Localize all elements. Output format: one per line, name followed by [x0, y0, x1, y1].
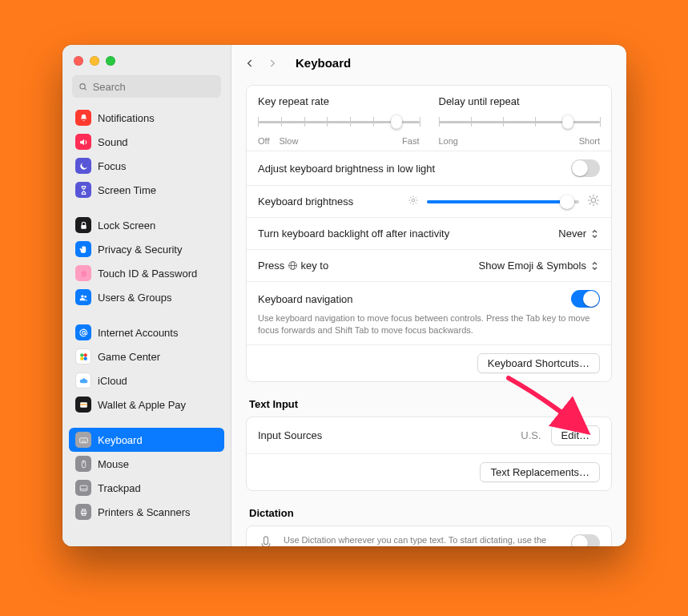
content-scroll[interactable]: Key repeat rate Off Slow Fast Delay unti… — [231, 82, 626, 546]
globe-icon — [288, 260, 298, 271]
backlight-off-value: Never — [558, 227, 586, 240]
svg-line-40 — [597, 203, 597, 204]
delay-slider[interactable] — [439, 114, 601, 130]
sidebar-list: NotificationsSoundFocusScreen TimeLock S… — [62, 106, 231, 532]
row-dictation: Use Dictation wherever you can type text… — [247, 526, 611, 546]
adjust-low-light-toggle[interactable] — [571, 159, 600, 177]
sidebar: NotificationsSoundFocusScreen TimeLock S… — [62, 45, 231, 546]
settings-window: NotificationsSoundFocusScreen TimeLock S… — [62, 45, 626, 546]
svg-line-41 — [589, 203, 590, 204]
at-icon — [75, 324, 91, 340]
page-title: Keyboard — [296, 56, 351, 70]
sidebar-item-icloud[interactable]: iCloud — [69, 368, 224, 393]
sidebar-item-focus[interactable]: Focus — [69, 154, 224, 178]
sidebar-item-screen-time[interactable]: Screen Time — [69, 178, 224, 202]
slider-label-long: Long — [439, 136, 458, 146]
svg-point-5 — [82, 331, 85, 334]
bell-icon — [75, 110, 91, 126]
delay-slider-block: Delay until repeat Long Short — [439, 95, 601, 146]
close-window-button[interactable] — [74, 56, 83, 66]
cloud-icon — [75, 372, 91, 389]
back-button[interactable] — [244, 58, 255, 69]
sidebar-item-label: Game Center — [98, 351, 160, 363]
window-controls — [62, 45, 231, 72]
moon-icon — [75, 158, 91, 174]
sidebar-item-label: Mouse — [98, 458, 129, 470]
svg-line-31 — [416, 203, 416, 203]
adjust-low-light-label: Adjust keyboard brightness in low light — [258, 163, 561, 175]
row-globe-key: Press key to Show Emoji & Symbols — [247, 249, 611, 281]
keyboard-navigation-desc: Use keyboard navigation to move focus be… — [258, 312, 600, 336]
keyboard-settings-card: Key repeat rate Off Slow Fast Delay unti… — [246, 85, 612, 382]
globe-key-value: Show Emoji & Symbols — [479, 260, 586, 272]
main-pane: Keyboard Key repeat rate Off Slow Fast — [231, 45, 626, 546]
sidebar-item-label: Internet Accounts — [98, 327, 178, 339]
delay-label: Delay until repeat — [439, 95, 601, 107]
sidebar-item-wallet-apple-pay[interactable]: Wallet & Apple Pay — [69, 393, 224, 417]
zoom-window-button[interactable] — [106, 56, 115, 66]
svg-rect-23 — [82, 509, 85, 510]
search-input[interactable] — [93, 81, 215, 93]
text-input-card: Input Sources U.S. Edit… Text Replacemen… — [246, 417, 612, 491]
popup-chevrons-icon — [589, 229, 598, 239]
slider-label-fast: Fast — [402, 136, 419, 146]
sidebar-item-privacy-security[interactable]: Privacy & Security — [69, 237, 224, 261]
minimize-window-button[interactable] — [90, 56, 99, 66]
keyboard-navigation-toggle[interactable] — [571, 290, 600, 308]
svg-rect-20 — [80, 485, 87, 491]
sidebar-item-label: Privacy & Security — [98, 244, 182, 256]
row-keyboard-navigation: Keyboard navigation Use keyboard navigat… — [247, 281, 611, 344]
svg-point-25 — [412, 199, 415, 202]
sidebar-item-mouse[interactable]: Mouse — [69, 452, 224, 476]
key-repeat-slider[interactable] — [258, 114, 420, 130]
row-adjust-low-light: Adjust keyboard brightness in low light — [247, 151, 611, 185]
svg-point-7 — [83, 353, 87, 356]
sidebar-item-keyboard[interactable]: Keyboard — [69, 428, 224, 452]
globe-key-label: Press key to — [258, 260, 468, 272]
input-sources-label: Input Sources — [258, 429, 511, 441]
input-sources-edit-button[interactable]: Edit… — [551, 425, 600, 445]
brightness-label: Keyboard brightness — [258, 195, 398, 207]
svg-point-0 — [80, 83, 85, 88]
text-replacements-button[interactable]: Text Replacements… — [480, 462, 600, 482]
sidebar-item-label: Wallet & Apple Pay — [98, 399, 186, 411]
globe-key-popup[interactable]: Show Emoji & Symbols — [477, 258, 600, 273]
forward-button[interactable] — [267, 58, 278, 69]
dictation-desc: Use Dictation wherever you can type text… — [284, 534, 561, 546]
popup-chevrons-icon — [589, 261, 598, 271]
svg-point-3 — [81, 295, 83, 297]
sidebar-item-trackpad[interactable]: Trackpad — [69, 476, 224, 500]
keyboard-shortcuts-button[interactable]: Keyboard Shortcuts… — [477, 353, 600, 373]
sidebar-item-touch-id-password[interactable]: Touch ID & Password — [69, 261, 224, 285]
svg-line-39 — [589, 196, 590, 197]
dictation-toggle[interactable] — [571, 534, 600, 546]
sidebar-item-label: Trackpad — [98, 482, 141, 494]
input-sources-value: U.S. — [521, 429, 541, 441]
search-field[interactable] — [72, 75, 221, 98]
sidebar-item-label: Screen Time — [98, 184, 156, 196]
sidebar-item-internet-accounts[interactable]: Internet Accounts — [69, 320, 224, 344]
sidebar-item-lock-screen[interactable]: Lock Screen — [69, 213, 224, 237]
sidebar-item-label: Sound — [98, 136, 128, 148]
sidebar-item-label: Users & Groups — [98, 292, 171, 304]
sidebar-item-sound[interactable]: Sound — [69, 130, 224, 154]
sidebar-item-users-groups[interactable]: Users & Groups — [69, 285, 224, 309]
svg-point-14 — [81, 439, 82, 440]
svg-point-17 — [85, 439, 86, 440]
sidebar-item-printers-scanners[interactable]: Printers & Scanners — [69, 500, 224, 524]
sidebar-item-game-center[interactable]: Game Center — [69, 344, 224, 368]
brightness-slider[interactable] — [408, 194, 600, 209]
row-text-replacements: Text Replacements… — [247, 453, 611, 490]
brightness-low-icon — [408, 195, 419, 208]
row-input-sources: Input Sources U.S. Edit… — [247, 417, 611, 453]
svg-rect-46 — [264, 537, 268, 545]
sidebar-item-label: iCloud — [98, 375, 127, 387]
backlight-off-popup[interactable]: Never — [557, 226, 600, 241]
slider-label-short: Short — [579, 136, 600, 146]
wallet-icon — [75, 397, 91, 413]
hourglass-icon — [75, 182, 91, 198]
svg-point-4 — [84, 296, 87, 298]
hand-icon — [75, 241, 91, 257]
brightness-high-icon — [587, 194, 600, 209]
sidebar-item-notifications[interactable]: Notifications — [69, 106, 224, 130]
